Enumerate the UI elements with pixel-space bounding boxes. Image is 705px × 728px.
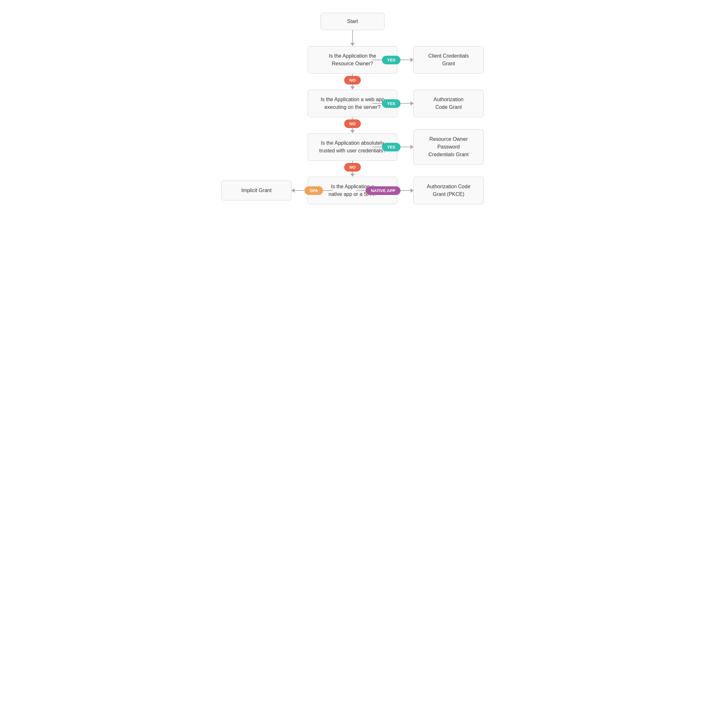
badge-yes-1: YES: [382, 56, 400, 64]
no-row-3: NO: [344, 161, 361, 177]
no-row-2: NO: [344, 117, 361, 133]
start-label: Start: [347, 19, 358, 24]
arrow-start-q1: [350, 30, 355, 46]
result-box-5: Implicit Grant: [221, 181, 292, 201]
line-q4-native-left: [356, 190, 366, 191]
arrowhead-no-2: [350, 130, 355, 133]
flowchart: Start Is the Application theResource Own…: [208, 13, 497, 217]
arrow-q1-yes: [400, 59, 413, 60]
result-5-label: Implicit Grant: [241, 188, 272, 193]
badge-no-1: NO: [344, 76, 361, 85]
connector-q2-yes: YES AuthorizationCode Grant: [372, 90, 484, 117]
line-q2-yes-left: [372, 103, 382, 104]
line-q3-yes-left: [372, 147, 382, 147]
badge-native: NATIVE APP: [366, 186, 400, 195]
question-1-label: Is the Application theResource Owner?: [329, 53, 376, 66]
result-3-label: Resource Owner PasswordCredentials Grant: [428, 136, 468, 157]
line-q4-spa-right: [323, 190, 333, 191]
result-box-2: AuthorizationCode Grant: [413, 90, 484, 117]
badge-spa: SPA: [305, 186, 323, 195]
level-q4: Implicit Grant SPA Is the Application an…: [208, 177, 497, 204]
arrow-q2-yes: [400, 103, 413, 104]
line-q1-yes-left: [372, 59, 382, 60]
connector-q1-yes: YES Client CredentialsGrant: [372, 46, 484, 74]
result-2-label: AuthorizationCode Grant: [433, 97, 463, 110]
result-box-1: Client CredentialsGrant: [413, 46, 484, 74]
line-above-no-2: [352, 117, 353, 119]
result-box-4: Authorization CodeGrant (PKCE): [413, 177, 484, 204]
level-q3: Is the Application absolutelytrusted wit…: [208, 133, 497, 161]
arrowhead-no-1: [350, 87, 355, 90]
badge-no-3: NO: [344, 163, 361, 172]
badge-no-2: NO: [344, 119, 361, 128]
result-4-label: Authorization CodeGrant (PKCE): [427, 184, 470, 197]
start-box: Start: [321, 13, 384, 30]
arrow-q4-native: [400, 190, 413, 191]
badge-yes-3: YES: [382, 143, 400, 152]
line-above-no-3: [352, 161, 353, 163]
level-q2: Is the Application a web appexecuting on…: [208, 90, 497, 117]
no-row-1: NO: [344, 74, 361, 90]
badge-yes-2: YES: [382, 99, 400, 108]
arrow-q4-spa: [292, 190, 305, 191]
result-1-label: Client CredentialsGrant: [428, 53, 469, 66]
arrow-q3-yes: [400, 147, 413, 147]
arrowhead-no-3: [350, 173, 355, 177]
level-q1: Is the Application theResource Owner? YE…: [208, 46, 497, 74]
connector-q3-yes: YES Resource Owner PasswordCredentials G…: [372, 129, 484, 165]
line-above-no-1: [352, 74, 353, 76]
connector-q4-spa: Implicit Grant SPA: [221, 181, 333, 201]
result-box-3: Resource Owner PasswordCredentials Grant: [413, 129, 484, 165]
connector-q4-native: NATIVE APP Authorization CodeGrant (PKCE…: [356, 177, 484, 204]
